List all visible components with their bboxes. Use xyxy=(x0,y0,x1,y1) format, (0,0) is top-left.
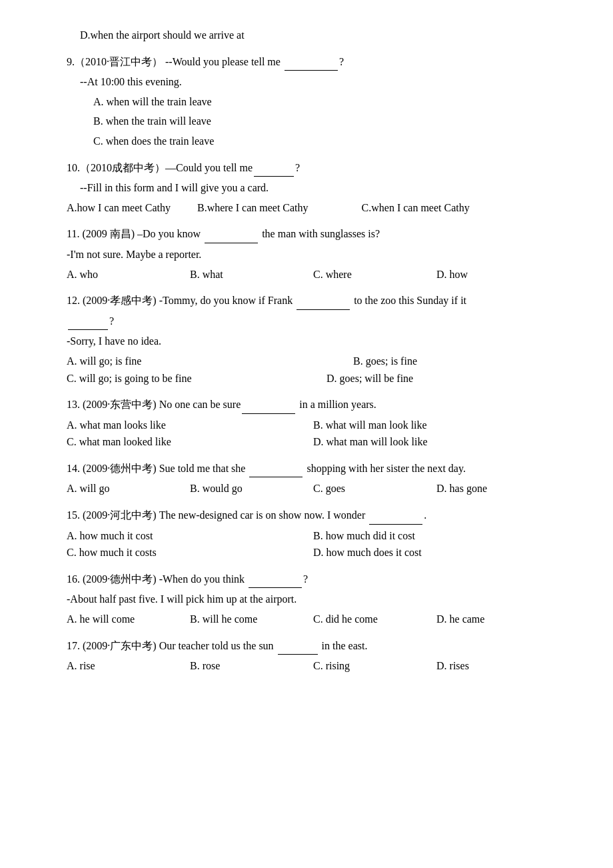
q11-optD: D. how xyxy=(436,266,560,283)
q17-options: A. rise B. rose C. rising D. rises xyxy=(67,657,560,675)
q13-optB: B. what will man look like xyxy=(313,417,560,434)
q15-stem: 15. (2009·河北中考) The new-designed car is … xyxy=(67,507,560,525)
d-option-line: D.when the airport should we arrive at xyxy=(67,27,560,44)
q14-optC: C. goes xyxy=(313,480,436,497)
q16-blank xyxy=(249,571,302,589)
q12-optA: A. will go; is fine xyxy=(67,353,313,370)
q17-blank xyxy=(278,637,318,655)
q14-optD: D. has gone xyxy=(436,480,560,497)
q13-stem: 13. (2009·东营中考) No one can be sure in a … xyxy=(67,396,560,414)
q15-optB: B. how much did it cost xyxy=(313,527,560,545)
q11-optC: C. where xyxy=(313,266,436,283)
q15-optD: D. how much does it cost xyxy=(313,544,560,561)
q15-optC: C. how much it costs xyxy=(67,544,313,561)
q10-optA: A.how I can meet Cathy xyxy=(67,199,171,217)
q13-blank xyxy=(242,396,295,414)
q16-stem: 16. (2009·德州中考) -When do you think ? xyxy=(67,571,560,589)
q16-optC: C. did he come xyxy=(313,611,436,628)
q12-options2: C. will go; is going to be fine D. goes;… xyxy=(67,370,560,387)
question-13: 13. (2009·东营中考) No one can be sure in a … xyxy=(67,396,560,451)
q15-options: A. how much it cost B. how much did it c… xyxy=(67,527,560,545)
q10-optB: B.where I can meet Cathy xyxy=(197,199,308,217)
q15-options2: C. how much it costs D. how much does it… xyxy=(67,544,560,561)
q10-stem: 10.（2010成都中考）—Could you tell me ? xyxy=(67,159,560,177)
q17-optD: D. rises xyxy=(436,657,560,675)
q12-optB: B. goes; is fine xyxy=(313,353,560,370)
q11-stem: 11. (2009 南昌) –Do you know the man with … xyxy=(67,225,560,243)
q14-optA: A. will go xyxy=(67,480,190,497)
q9-stem: 9.（2010·晋江中考） --Would you please tell me… xyxy=(67,53,560,71)
question-17: 17. (2009·广东中考) Our teacher told us the … xyxy=(67,637,560,675)
q14-blank xyxy=(249,460,303,478)
q12-dialog: -Sorry, I have no idea. xyxy=(67,333,560,350)
q14-stem: 14. (2009·德州中考) Sue told me that she sho… xyxy=(67,460,560,478)
exam-content: D.when the airport should we arrive at 9… xyxy=(67,27,560,675)
question-10: 10.（2010成都中考）—Could you tell me ? --Fill… xyxy=(67,159,560,217)
question-9: 9.（2010·晋江中考） --Would you please tell me… xyxy=(67,53,560,150)
q12-optD: D. goes; will be fine xyxy=(313,370,560,387)
q10-dialog: --Fill in this form and I will give you … xyxy=(67,179,560,197)
q9-optB: B. when the train will leave xyxy=(67,113,560,130)
q14-optB: B. would go xyxy=(190,480,313,497)
q13-options2: C. what man looked like D. what man will… xyxy=(67,433,560,451)
q9-optC: C. when does the train leave xyxy=(67,133,560,150)
q11-dialog: -I'm not sure. Maybe a reporter. xyxy=(67,246,560,263)
q15-blank xyxy=(369,507,422,525)
q9-optA: A. when will the train leave xyxy=(67,93,560,111)
q12-blank1 xyxy=(297,292,350,310)
q12-blank2 xyxy=(68,313,108,331)
q12-stem2: ? xyxy=(67,313,560,331)
q13-options: A. what man looks like B. what will man … xyxy=(67,417,560,434)
question-14: 14. (2009·德州中考) Sue told me that she sho… xyxy=(67,460,560,497)
q16-options: A. he will come B. will he come C. did h… xyxy=(67,611,560,628)
q9-dialog: --At 10:00 this evening. xyxy=(67,73,560,91)
q17-optB: B. rose xyxy=(190,657,313,675)
q12-optC: C. will go; is going to be fine xyxy=(67,370,313,387)
q10-blank xyxy=(254,159,294,177)
question-15: 15. (2009·河北中考) The new-designed car is … xyxy=(67,507,560,561)
q17-stem: 17. (2009·广东中考) Our teacher told us the … xyxy=(67,637,560,655)
q11-optB: B. what xyxy=(190,266,313,283)
d-option-text: D.when the airport should we arrive at xyxy=(67,27,560,44)
q11-options: A. who B. what C. where D. how xyxy=(67,266,560,283)
question-16: 16. (2009·德州中考) -When do you think ? -Ab… xyxy=(67,571,560,628)
q15-optA: A. how much it cost xyxy=(67,527,313,545)
q9-blank xyxy=(285,53,338,71)
question-11: 11. (2009 南昌) –Do you know the man with … xyxy=(67,225,560,283)
q12-options: A. will go; is fine B. goes; is fine xyxy=(67,353,560,370)
q17-optC: C. rising xyxy=(313,657,436,675)
q16-optA: A. he will come xyxy=(67,611,190,628)
q12-stem: 12. (2009·孝感中考) -Tommy, do you know if F… xyxy=(67,292,560,310)
q11-blank xyxy=(205,225,258,243)
q17-optA: A. rise xyxy=(67,657,190,675)
q10-options-row: A.how I can meet Cathy B.where I can mee… xyxy=(67,199,560,217)
q10-optC: C.when I can meet Cathy xyxy=(362,199,470,217)
q14-options: A. will go B. would go C. goes D. has go… xyxy=(67,480,560,497)
q13-optC: C. what man looked like xyxy=(67,433,313,451)
q16-optD: D. he came xyxy=(436,611,560,628)
q13-optA: A. what man looks like xyxy=(67,417,313,434)
question-12: 12. (2009·孝感中考) -Tommy, do you know if F… xyxy=(67,292,560,387)
q16-optB: B. will he come xyxy=(190,611,313,628)
q11-optA: A. who xyxy=(67,266,190,283)
q16-dialog: -About half past five. I will pick him u… xyxy=(67,591,560,608)
q13-optD: D. what man will look like xyxy=(313,433,560,451)
